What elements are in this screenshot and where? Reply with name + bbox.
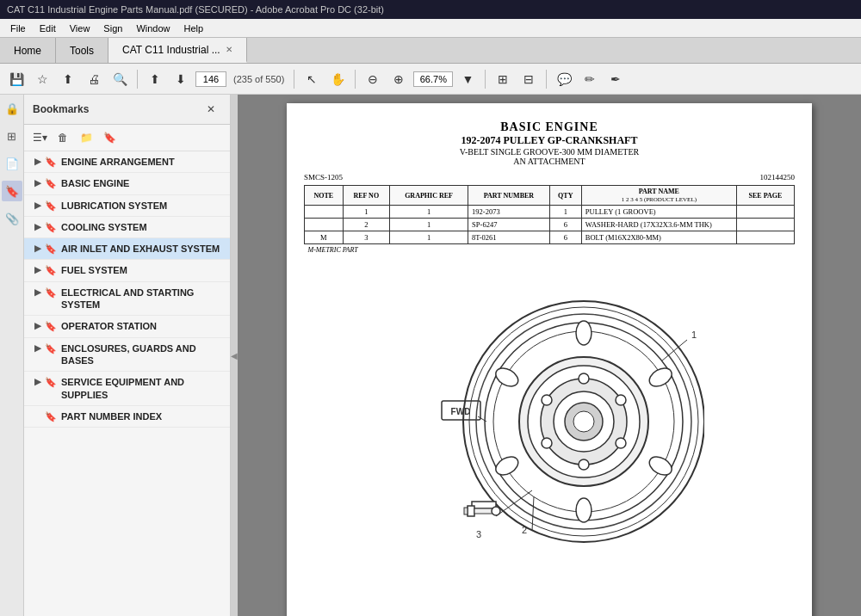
svg-rect-32 [464, 508, 468, 514]
sidebar-item-label: BASIC ENGINE [61, 177, 129, 189]
tab-tools[interactable]: Tools [56, 38, 108, 63]
lock-icon[interactable]: 🔒 [2, 98, 22, 119]
bookmarks-icon[interactable]: 🔖 [2, 181, 22, 201]
hand-tool-button[interactable]: ✋ [326, 68, 349, 90]
sidebar-resize-handle[interactable] [231, 95, 238, 616]
sidebar-delete-button[interactable]: 🗑 [53, 128, 73, 147]
page-total: (235 of 550) [230, 74, 288, 84]
svg-point-14 [579, 373, 589, 384]
table-footer-row: M-METRIC PART [305, 244, 795, 256]
pages-icon[interactable]: 📄 [2, 153, 22, 174]
sidebar-item-label: SERVICE EQUIPMENT AND SUPPLIES [61, 376, 223, 401]
bookmark-icon: 🔖 [45, 178, 57, 189]
page-number-input[interactable] [195, 71, 226, 87]
smcs-code: SMCS-1205 [304, 173, 343, 182]
sign-button[interactable]: ✒ [604, 68, 627, 90]
bookmark-icon: 🔖 [45, 200, 57, 212]
tab-close-icon[interactable]: ✕ [226, 45, 232, 54]
col-part-name-label: PART NAME [639, 188, 679, 195]
cursor-tool-button[interactable]: ↖ [300, 68, 323, 90]
sidebar-item-label: OPERATOR STATION [61, 320, 157, 332]
sidebar-items-list: ▶ 🔖 ENGINE ARRANGEMENT ▶ 🔖 BASIC ENGINE … [24, 151, 230, 616]
bookmark-button[interactable]: ☆ [31, 68, 53, 90]
print-button[interactable]: 🖨 [83, 68, 105, 90]
diagram-area: FWD [304, 262, 795, 555]
sidebar-new-folder-button[interactable]: 📁 [76, 128, 96, 147]
fit-width-button[interactable]: ⊟ [517, 68, 540, 90]
menu-file[interactable]: File [3, 22, 33, 35]
toolbar-separator-2 [294, 70, 294, 89]
sidebar-header: Bookmarks ✕ [24, 95, 230, 125]
save-button[interactable]: 💾 [5, 68, 28, 90]
parts-table: NOTE REF NO GRAPHIC REF PART NUMBER QTY … [304, 185, 795, 256]
sidebar-toolbar: ☰▾ 🗑 📁 🔖 [24, 125, 230, 151]
pdf-section-title: BASIC ENGINE 192-2074 PULLEY GP-CRANKSHA… [304, 120, 795, 166]
upload-button[interactable]: ⬆ [57, 68, 79, 90]
section-heading: BASIC ENGINE [304, 120, 795, 134]
bookmark-icon: 🔖 [45, 243, 57, 255]
menu-sign[interactable]: Sign [96, 22, 129, 35]
tab-doc-label: CAT C11 Industrial ... [122, 44, 220, 56]
search-button[interactable]: 🔍 [108, 68, 131, 90]
svg-point-20 [576, 321, 592, 345]
sidebar-item-air-inlet[interactable]: ▶ 🔖 AIR INLET AND EXHAUST SYSTEM [24, 238, 230, 260]
tab-home-label: Home [14, 45, 41, 57]
sidebar-item-fuel[interactable]: ▶ 🔖 FUEL SYSTEM [24, 260, 230, 281]
sidebar-item-electrical[interactable]: ▶ 🔖 ELECTRICAL AND STARTING SYSTEM [24, 282, 230, 317]
zoom-out-button[interactable]: ⊖ [362, 68, 384, 90]
sidebar-close-button[interactable]: ✕ [201, 100, 221, 119]
cell-note [305, 206, 344, 219]
sidebar-item-cooling[interactable]: ▶ 🔖 COOLING SYSTEM [24, 217, 230, 238]
toolbar: 💾 ☆ ⬆ 🖨 🔍 ⬆ ⬇ (235 of 550) ↖ ✋ ⊖ ⊕ ▼ ⊞ ⊟… [0, 64, 861, 95]
document-area[interactable]: BASIC ENGINE 192-2074 PULLEY GP-CRANKSHA… [238, 95, 861, 616]
svg-point-15 [616, 395, 626, 405]
col-graphic: GRAPHIC REF [389, 186, 468, 206]
cell-part-name: BOLT (M16X2X80-MM) [581, 231, 736, 244]
next-page-button[interactable]: ⬇ [170, 68, 192, 90]
cell-qty: 1 [549, 206, 581, 219]
menu-help[interactable]: Help [177, 22, 211, 35]
svg-rect-33 [474, 508, 493, 514]
tab-doc[interactable]: CAT C11 Industrial ... ✕ [108, 38, 247, 63]
cell-qty: 6 [549, 231, 581, 244]
sidebar-item-label: COOLING SYSTEM [61, 221, 147, 233]
svg-rect-30 [472, 502, 496, 508]
svg-point-17 [579, 459, 589, 470]
svg-line-36 [532, 496, 534, 531]
sidebar-item-part-number-index[interactable]: ▶ 🔖 PART NUMBER INDEX [24, 406, 230, 428]
sidebar-item-operator[interactable]: ▶ 🔖 OPERATOR STATION [24, 316, 230, 337]
zoom-in-button[interactable]: ⊕ [387, 68, 410, 90]
highlight-button[interactable]: ✏ [579, 68, 601, 90]
tab-home[interactable]: Home [0, 38, 56, 63]
arrow-icon: ▶ [34, 222, 41, 231]
sidebar-item-label: ENGINE ARRANGEMENT [61, 156, 175, 168]
table-row: 2 1 SP-6247 6 WASHER-HARD (17X32X3.6-MM … [305, 219, 795, 231]
comment-button[interactable]: 💬 [553, 68, 575, 90]
menu-edit[interactable]: Edit [33, 22, 63, 35]
sidebar-item-service-equipment[interactable]: ▶ 🔖 SERVICE EQUIPMENT AND SUPPLIES [24, 372, 230, 406]
svg-point-23 [576, 498, 592, 522]
zoom-level-input[interactable] [413, 71, 453, 87]
bookmark-icon: 🔖 [45, 411, 57, 422]
sidebar-item-enclosures[interactable]: ▶ 🔖 ENCLOSURES, GUARDS AND BASES [24, 338, 230, 373]
sidebar-item-engine-arrangement[interactable]: ▶ 🔖 ENGINE ARRANGEMENT [24, 151, 230, 173]
fit-page-button[interactable]: ⊞ [492, 68, 514, 90]
menu-window[interactable]: Window [129, 22, 177, 35]
attachments-icon[interactable]: 📎 [2, 208, 22, 229]
cell-part-number: 192-2073 [468, 206, 550, 219]
window-title: CAT C11 Industrial Engine Parts Manual.p… [7, 4, 384, 15]
zoom-dropdown-button[interactable]: ▼ [456, 68, 479, 90]
pdf-page: BASIC ENGINE 192-2074 PULLEY GP-CRANKSHA… [287, 103, 812, 616]
svg-point-34 [492, 507, 500, 515]
menu-view[interactable]: View [63, 22, 97, 35]
bookmark-icon: 🔖 [45, 222, 57, 233]
sidebar-item-lubrication[interactable]: ▶ 🔖 LUBRICATION SYSTEM [24, 195, 230, 217]
arrow-icon: ▶ [34, 343, 41, 353]
sidebar-item-basic-engine[interactable]: ▶ 🔖 BASIC ENGINE [24, 173, 230, 194]
sidebar-search-button[interactable]: 🔖 [99, 128, 120, 147]
layers-icon[interactable]: ⊞ [2, 126, 22, 146]
sidebar-options-button[interactable]: ☰▾ [29, 128, 50, 147]
prev-page-button[interactable]: ⬆ [144, 68, 166, 90]
svg-point-25 [492, 365, 521, 391]
pdf-meta-row: SMCS-1205 102144250 [304, 173, 795, 182]
